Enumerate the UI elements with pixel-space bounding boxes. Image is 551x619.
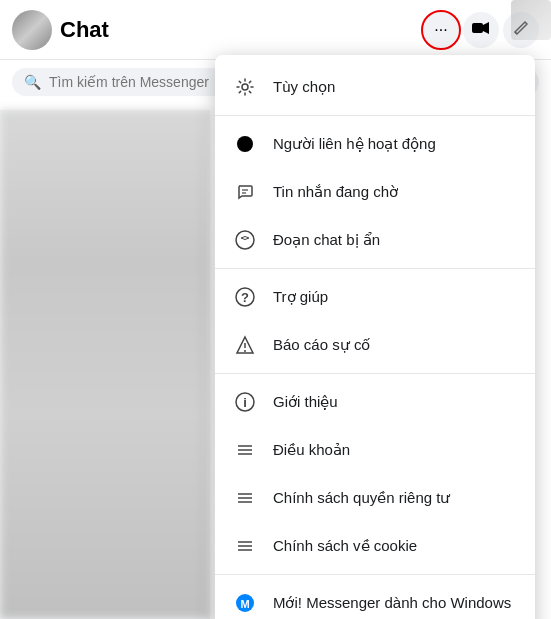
cookies-icon [231,532,259,560]
more-options-button[interactable]: ··· [423,12,459,48]
video-call-icon [472,21,490,39]
menu-item-help[interactable]: ?Trợ giúp [215,273,535,321]
menu-item-about[interactable]: iGiới thiệu [215,378,535,426]
menu-item-options[interactable]: Tùy chọn [215,63,535,111]
page-title: Chat [60,17,415,43]
svg-point-12 [244,350,246,352]
menu-item-cookies[interactable]: Chính sách về cookie [215,522,535,570]
pending-messages-icon [231,178,259,206]
active-contacts-icon [231,130,259,158]
svg-marker-1 [483,22,489,34]
divider-divider4 [215,574,535,575]
svg-text:M: M [240,598,249,610]
svg-rect-0 [472,23,483,33]
more-options-icon: ··· [434,21,447,39]
hidden-chat-icon [231,226,259,254]
svg-point-4 [237,136,253,152]
video-call-button[interactable] [463,12,499,48]
report-label: Báo cáo sự cố [273,336,370,354]
help-label: Trợ giúp [273,288,328,306]
menu-item-privacy[interactable]: Chính sách quyền riêng tư [215,474,535,522]
divider-divider2 [215,268,535,269]
menu-item-hidden-chat[interactable]: Đoạn chat bị ẩn [215,216,535,264]
dropdown-menu: Tùy chọnNgười liên hệ hoạt độngTin nhắn … [215,55,535,619]
active-contacts-label: Người liên hệ hoạt động [273,135,436,153]
menu-item-report[interactable]: Báo cáo sự cố [215,321,535,369]
menu-item-pending-messages[interactable]: Tin nhắn đang chờ [215,168,535,216]
svg-text:i: i [243,395,247,410]
hidden-chat-label: Đoạn chat bị ẩn [273,231,380,249]
help-icon: ? [231,283,259,311]
search-icon: 🔍 [24,74,41,90]
messenger-win-label: Mới! Messenger dành cho Windows [273,594,511,612]
header: Chat ··· [0,0,551,60]
privacy-label: Chính sách quyền riêng tư [273,489,450,507]
terms-label: Điều khoản [273,441,350,459]
options-icon [231,73,259,101]
svg-text:?: ? [241,290,249,305]
about-icon: i [231,388,259,416]
messenger-win-icon: M [231,589,259,617]
menu-item-messenger-win[interactable]: MMới! Messenger dành cho Windows [215,579,535,619]
options-label: Tùy chọn [273,78,335,96]
chat-list-area [0,110,210,619]
divider-divider1 [215,115,535,116]
corner-avatar [511,0,551,40]
terms-icon [231,436,259,464]
svg-point-3 [242,84,248,90]
about-label: Giới thiệu [273,393,338,411]
menu-item-terms[interactable]: Điều khoản [215,426,535,474]
menu-item-active-contacts[interactable]: Người liên hệ hoạt động [215,120,535,168]
cookies-label: Chính sách về cookie [273,537,417,555]
report-icon [231,331,259,359]
pending-messages-label: Tin nhắn đang chờ [273,183,398,201]
avatar [12,10,52,50]
chat-list-blur [0,110,210,619]
divider-divider3 [215,373,535,374]
privacy-icon [231,484,259,512]
